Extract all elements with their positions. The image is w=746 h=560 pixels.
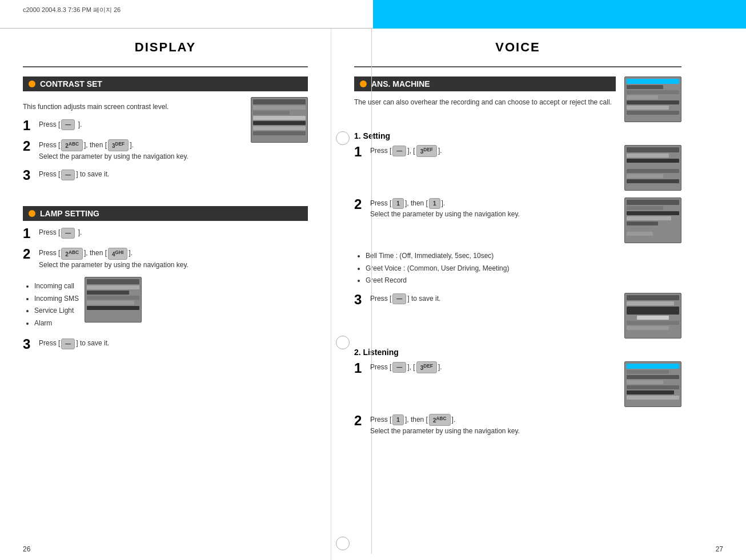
top-bar-left — [0, 0, 373, 29]
key-1-s2b: 1 — [429, 198, 440, 209]
menu-key-l1: — — [61, 228, 75, 239]
contrast-step-2: 2 Press [2ABC], then [3DEF]. Select the … — [23, 139, 245, 162]
right-column: VOICE ANS. MACHINE The user can also ove… — [331, 29, 704, 560]
contrast-set-dot — [29, 80, 35, 87]
page-num-left: 26 — [23, 545, 30, 553]
key-1-s2a: 1 — [392, 198, 404, 209]
top-bar-right — [373, 0, 746, 29]
menu-key-l3: — — [61, 339, 75, 349]
lamp-screen-thumb — [85, 277, 142, 323]
setting-step2-wrapper: 2 Press [1], then [1]. Select the parame… — [354, 198, 681, 243]
setting-bullet-list: Bell Time : (Off, Immediately, 5sec, 10s… — [366, 250, 681, 287]
lamp-step-3: 3 Press [—] to save it. — [23, 337, 308, 351]
setting-subsection-title: 1. Setting — [354, 131, 681, 140]
ans-machine-dot — [360, 80, 367, 87]
reg-mark-3 — [336, 537, 350, 550]
left-column: DISPLAY CONTRAST SET This function adjus… — [0, 29, 331, 560]
setting-step3-content: 3 Press [—] to save it. — [354, 293, 616, 313]
reg-mark-1 — [336, 131, 350, 145]
lamp-bullet-4: Alarm — [34, 317, 79, 330]
right-divider — [354, 66, 681, 67]
contrast-screen-thumb — [251, 97, 308, 143]
setting-bullet-3: Greet Record — [366, 275, 681, 287]
setting-step3-wrapper: 3 Press [—] to save it. — [354, 293, 681, 339]
column-divider — [371, 29, 372, 554]
voice-title: VOICE — [354, 40, 681, 55]
lamp-bullet-1: Incoming call — [34, 280, 79, 293]
lamp-bullets-wrapper: Incoming call Incoming SMS Service Light… — [23, 277, 308, 333]
menu-key-1: — — [61, 119, 75, 130]
ans-machine-block: ANS. MACHINE The user can also overhear … — [354, 76, 681, 436]
key-2abc-c: 2ABC — [61, 139, 83, 151]
listening-step1-content: 1 Press [—], [3DEF]. — [354, 361, 616, 382]
lamp-setting-dot — [29, 210, 35, 217]
display-title: DISPLAY — [23, 40, 308, 55]
ans-header-left: ANS. MACHINE The user can also overhear … — [354, 76, 616, 114]
left-divider — [23, 66, 308, 67]
ans-header-wrapper: ANS. MACHINE The user can also overhear … — [354, 76, 681, 122]
lamp-setting-label: LAMP SETTING — [40, 209, 99, 218]
listening-subsection-title: 2. Listening — [354, 348, 681, 357]
listening-step-2: 2 Press [1], then [2ABC]. Select the par… — [354, 414, 681, 436]
ans-machine-header: ANS. MACHINE — [354, 76, 616, 91]
contrast-set-desc: This function adjusts main screen contra… — [23, 102, 245, 112]
contrast-set-label: CONTRAST SET — [40, 79, 102, 88]
ans-machine-label: ANS. MACHINE — [371, 79, 430, 88]
menu-key-3: — — [61, 170, 75, 180]
key-3def-s: 3DEF — [416, 145, 437, 157]
lamp-bullet-3: Service Light — [34, 305, 79, 317]
setting-step2-content: 2 Press [1], then [1]. Select the parame… — [354, 198, 616, 226]
setting-screen-thumb3 — [624, 293, 681, 339]
contrast-set-step1-wrapper: This function adjusts main screen contra… — [23, 97, 308, 189]
listening-step-1: 1 Press [—], [3DEF]. — [354, 361, 616, 375]
setting-step1-content: 1 Press [—], [3DEF]. — [354, 145, 616, 166]
menu-key-l1r: — — [392, 362, 406, 373]
lamp-bullet-list: Incoming call Incoming SMS Service Light… — [34, 280, 79, 329]
page-num-right: 27 — [716, 545, 723, 553]
ans-machine-desc: The user can also overhear the recording… — [354, 97, 616, 107]
listening-step1-wrapper: 1 Press [—], [3DEF]. — [354, 361, 681, 407]
doc-header: c2000 2004.8.3 7:36 PM 페이지 26 — [23, 6, 121, 14]
lamp-setting-block: LAMP SETTING 1 Press [— ]. 2 Press [2ABC… — [23, 206, 308, 351]
ans-screen-thumb — [624, 76, 681, 122]
lamp-step-2: 2 Press [2ABC], then [4GHI]. Select the … — [23, 247, 308, 269]
contrast-set-header: CONTRAST SET — [23, 76, 308, 91]
lamp-step-1: 1 Press [— ]. — [23, 227, 308, 240]
key-3def-l: 3DEF — [416, 361, 437, 373]
setting-step1-wrapper: 1 Press [—], [3DEF]. — [354, 145, 681, 191]
reg-mark-2 — [336, 336, 350, 349]
key-3def-c: 3DEF — [108, 139, 129, 151]
setting-step-2: 2 Press [1], then [1]. Select the parame… — [354, 198, 616, 219]
contrast-step-3: 3 Press [—] to save it. — [23, 168, 245, 182]
key-1-l2a: 1 — [392, 414, 404, 425]
setting-step-3: 3 Press [—] to save it. — [354, 293, 616, 307]
lamp-bullet-2: Incoming SMS — [34, 293, 79, 305]
key-4ghi-l: 4GHI — [108, 248, 127, 260]
setting-bullet-2: Greet Voice : (Common, User Driving, Mee… — [366, 263, 681, 275]
menu-key-s3: — — [392, 293, 406, 304]
setting-step-1: 1 Press [—], [3DEF]. — [354, 145, 616, 159]
contrast-step-1: 1 Press [— ]. — [23, 119, 245, 132]
menu-key-s1: — — [392, 146, 406, 156]
lamp-setting-header: LAMP SETTING — [23, 206, 308, 221]
setting-screen-thumb2 — [624, 198, 681, 243]
key-2abc-l: 2ABC — [61, 248, 83, 260]
setting-bullet-1: Bell Time : (Off, Immediately, 5sec, 10s… — [366, 250, 681, 263]
setting-screen-thumb1 — [624, 145, 681, 191]
key-2abc-l2: 2ABC — [429, 414, 451, 426]
listening-screen-thumb1 — [624, 361, 681, 407]
contrast-set-desc-steps: This function adjusts main screen contra… — [23, 97, 245, 189]
contrast-set-block: CONTRAST SET This function adjusts main … — [23, 76, 308, 189]
